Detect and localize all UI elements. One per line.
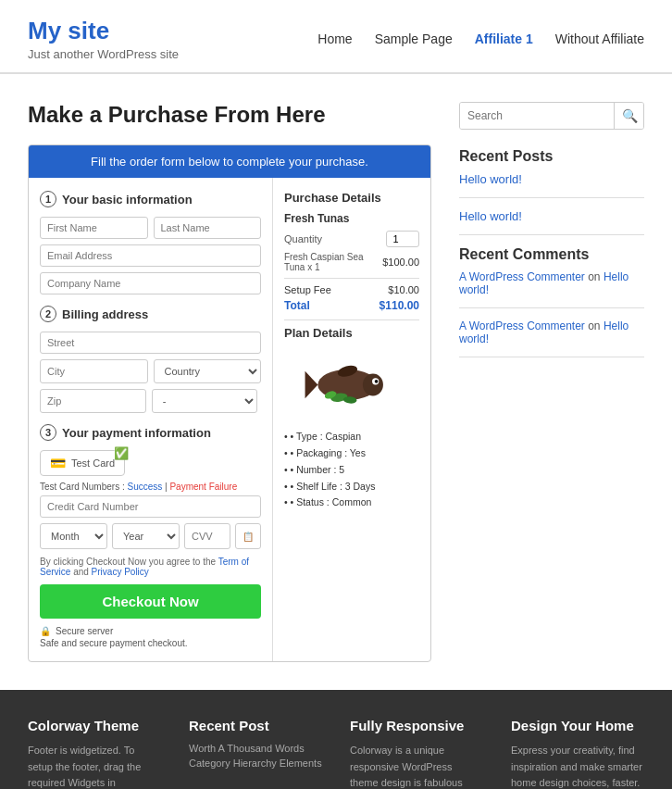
- footer-post-link-1[interactable]: Worth A Thousand Words: [189, 743, 322, 754]
- svg-point-2: [363, 374, 383, 396]
- first-name-input[interactable]: [40, 217, 148, 239]
- svg-point-4: [375, 380, 379, 383]
- site-branding: My site Just another WordPress site: [28, 17, 179, 61]
- footer-col-2-title: Recent Post: [189, 718, 322, 733]
- product-price-row: Fresh Caspian Sea Tuna x 1 $100.00: [284, 252, 419, 272]
- section3-title: 3 Your payment information: [40, 424, 261, 441]
- email-input[interactable]: [40, 244, 261, 267]
- cvv-help-icon[interactable]: 📋: [235, 523, 261, 549]
- site-tagline: Just another WordPress site: [28, 47, 179, 61]
- header: My site Just another WordPress site Home…: [0, 0, 672, 73]
- city-input[interactable]: [40, 359, 148, 383]
- fish-illustration: [284, 347, 419, 421]
- total-row: Total $110.00: [284, 299, 419, 312]
- product-name: Fresh Tunas: [284, 212, 419, 225]
- last-name-input[interactable]: [154, 217, 262, 239]
- nav-affiliate1[interactable]: Affiliate 1: [475, 31, 533, 46]
- failure-link[interactable]: Payment Failure: [169, 482, 237, 492]
- test-card-numbers-label: Test Card Numbers : Success | Payment Fa…: [40, 482, 261, 492]
- site-name: My site: [28, 17, 179, 45]
- terms-text: By clicking Checkout Now you agree to th…: [40, 557, 261, 577]
- comment-2: A WordPress Commenter on Hello world!: [459, 319, 644, 345]
- nav-sample-page[interactable]: Sample Page: [375, 31, 453, 46]
- spec-type: • Type : Caspian: [284, 429, 419, 445]
- footer-col-3: Fully Responsive Colorway is a unique re…: [350, 718, 483, 789]
- test-card-button[interactable]: 💳 Test Card ✅: [40, 450, 125, 476]
- commenter-1-link[interactable]: A WordPress Commenter: [459, 270, 585, 283]
- checkout-button[interactable]: Checkout Now: [40, 584, 261, 619]
- main-nav: Home Sample Page Affiliate 1 Without Aff…: [317, 31, 644, 46]
- main-container: Make a Purchase From Here Fill the order…: [0, 74, 672, 690]
- fish-svg: [301, 352, 403, 417]
- footer-col-4: Design Your Home Express your creativity…: [511, 718, 644, 789]
- credit-card-icon: 💳: [50, 456, 66, 470]
- commenter-2-link[interactable]: A WordPress Commenter: [459, 319, 585, 332]
- credit-card-input[interactable]: [40, 495, 261, 518]
- footer-col-2: Recent Post Worth A Thousand Words Categ…: [189, 718, 322, 789]
- search-box: 🔍: [459, 102, 644, 130]
- spec-status: • Status : Common: [284, 495, 419, 511]
- footer-col-1-text: Footer is widgetized. To setup the foote…: [28, 743, 161, 789]
- footer-col-3-text: Colorway is a unique responsive WordPres…: [350, 743, 483, 789]
- content-area: Make a Purchase From Here Fill the order…: [28, 102, 431, 662]
- section2-title: 2 Billing address: [40, 306, 261, 322]
- page-title: Make a Purchase From Here: [28, 102, 431, 128]
- plan-details-title: Plan Details: [284, 326, 419, 340]
- lock-icon: 🔒: [40, 626, 51, 636]
- footer-col-4-title: Design Your Home: [511, 718, 644, 733]
- comment-1: A WordPress Commenter on Hello world!: [459, 270, 644, 296]
- purchase-card: Fill the order form below to complete yo…: [28, 144, 431, 662]
- plan-specs-list: • Type : Caspian • Packaging : Yes • Num…: [284, 429, 419, 511]
- spec-packaging: • Packaging : Yes: [284, 445, 419, 462]
- post-link-2[interactable]: Hello world!: [459, 209, 644, 223]
- nav-without-affiliate[interactable]: Without Affiliate: [555, 31, 644, 46]
- details-col: Purchase Details Fresh Tunas Quantity Fr…: [273, 178, 430, 661]
- setup-fee-row: Setup Fee $10.00: [284, 284, 419, 295]
- post-link-1[interactable]: Hello world!: [459, 172, 644, 186]
- street-input[interactable]: [40, 332, 261, 354]
- recent-posts-title: Recent Posts: [459, 148, 644, 165]
- footer-col-4-text: Express your creativity, find inspiratio…: [511, 743, 644, 789]
- spec-number: • Number : 5: [284, 462, 419, 479]
- svg-marker-1: [305, 371, 318, 398]
- sidebar: 🔍 Recent Posts Hello world! Hello world!…: [459, 102, 644, 662]
- secure-text: Safe and secure payment checkout.: [40, 638, 261, 648]
- company-input[interactable]: [40, 272, 261, 294]
- secure-row: 🔒 Secure server: [40, 626, 261, 636]
- state-select[interactable]: -: [152, 389, 258, 413]
- test-card-label: Test Card: [71, 457, 115, 469]
- footer-col-1-title: Colorway Theme: [28, 718, 161, 733]
- privacy-link[interactable]: Privacy Policy: [92, 567, 149, 577]
- search-input[interactable]: [460, 103, 614, 129]
- footer-col-1: Colorway Theme Footer is widgetized. To …: [28, 718, 161, 789]
- search-button[interactable]: 🔍: [614, 103, 644, 129]
- purchase-details-title: Purchase Details: [284, 191, 419, 205]
- cvv-input[interactable]: [184, 523, 230, 549]
- purchase-card-body: 1 Your basic information: [29, 178, 430, 661]
- secure-label: Secure server: [56, 626, 113, 636]
- success-link[interactable]: Success: [127, 482, 162, 492]
- nav-home[interactable]: Home: [317, 31, 352, 46]
- footer-col-3-title: Fully Responsive: [350, 718, 483, 733]
- section1-title: 1 Your basic information: [40, 191, 261, 207]
- footer-post-link-2[interactable]: Category Hierarchy Elements: [189, 758, 322, 769]
- month-select[interactable]: Month: [40, 523, 107, 549]
- footer-widgets: Colorway Theme Footer is widgetized. To …: [0, 690, 672, 789]
- check-icon: ✅: [114, 446, 129, 460]
- year-select[interactable]: Year: [112, 523, 180, 549]
- country-select[interactable]: Country: [154, 359, 262, 383]
- purchase-card-header: Fill the order form below to complete yo…: [29, 145, 430, 178]
- quantity-input[interactable]: [386, 231, 419, 247]
- search-icon: 🔍: [622, 108, 638, 123]
- spec-shelf-life: • Shelf Life : 3 Days: [284, 479, 419, 495]
- quantity-row: Quantity: [284, 231, 419, 247]
- zip-input[interactable]: [40, 389, 146, 413]
- form-col: 1 Your basic information: [29, 178, 273, 661]
- recent-comments-title: Recent Comments: [459, 246, 644, 263]
